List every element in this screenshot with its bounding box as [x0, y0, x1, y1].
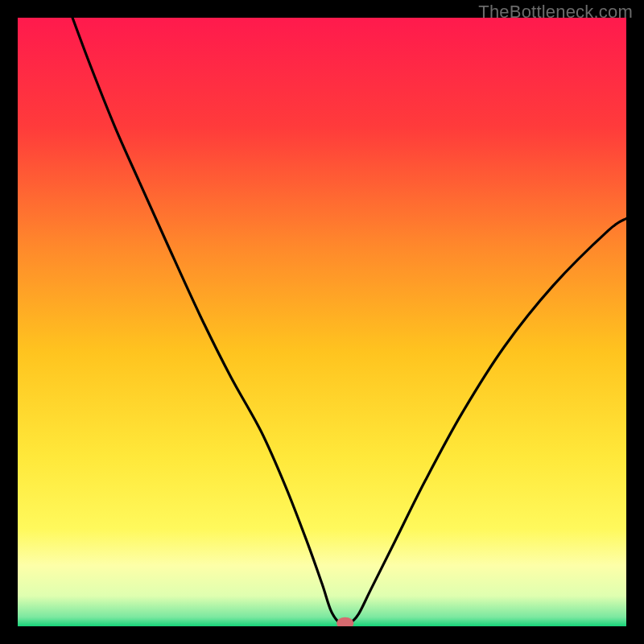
chart-frame: [18, 18, 626, 626]
bottleneck-chart: [18, 18, 626, 626]
chart-background: [18, 18, 626, 626]
